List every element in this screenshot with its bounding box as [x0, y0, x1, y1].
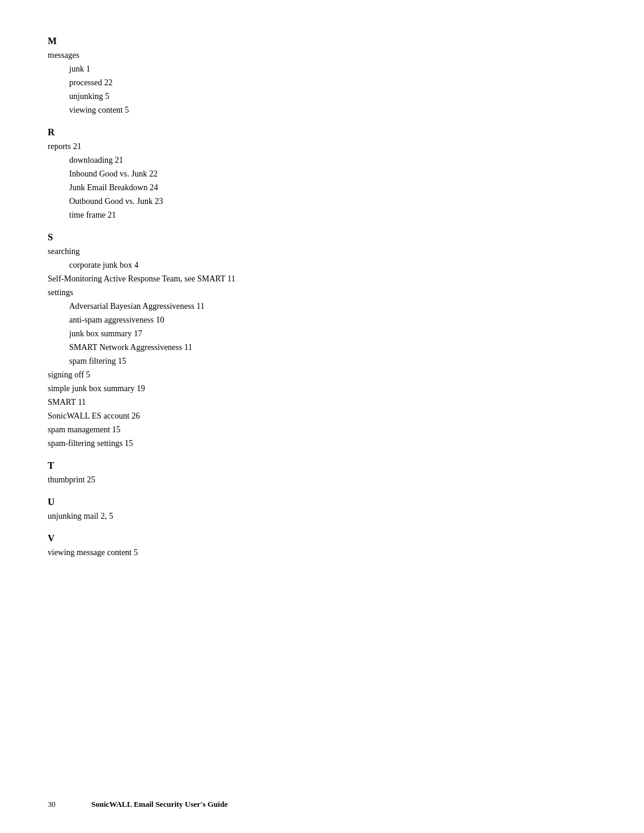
index-entry: SMART 11	[48, 396, 596, 408]
index-entry: Inbound Good vs. Junk 22	[48, 168, 596, 180]
index-entry: simple junk box summary 19	[48, 382, 596, 395]
index-entry: viewing message content 5	[48, 546, 596, 559]
index-entry: SMART Network Aggressiveness 11	[48, 341, 596, 354]
section-letter-V: V	[48, 533, 596, 544]
section-U: Uunjunking mail 2, 5	[48, 497, 596, 522]
index-entry: spam filtering 15	[48, 355, 596, 367]
index-entry: unjunking 5	[48, 90, 596, 103]
index-entry: reports 21	[48, 140, 596, 153]
section-letter-M: M	[48, 36, 596, 47]
index-entry: spam management 15	[48, 423, 596, 436]
footer: 30 SonicWALL Email Security User's Guide	[48, 800, 596, 809]
index-entry: unjunking mail 2, 5	[48, 510, 596, 522]
section-R: Rreports 21downloading 21Inbound Good vs…	[48, 127, 596, 221]
index-entry: Outbound Good vs. Junk 23	[48, 195, 596, 208]
index-entry: Junk Email Breakdown 24	[48, 181, 596, 194]
index-entry: settings	[48, 286, 596, 299]
section-letter-T: T	[48, 460, 596, 471]
index-entry: messages	[48, 49, 596, 61]
section-S: Ssearchingcorporate junk box 4Self-Monit…	[48, 232, 596, 450]
index-entry: Self-Monitoring Active Response Team, se…	[48, 272, 596, 285]
index-entry: thumbprint 25	[48, 473, 596, 486]
index-entry: downloading 21	[48, 154, 596, 166]
index-entry: Adversarial Bayesian Aggressiveness 11	[48, 300, 596, 312]
footer-title: SonicWALL Email Security User's Guide	[91, 800, 228, 809]
section-letter-S: S	[48, 232, 596, 243]
section-V: Vviewing message content 5	[48, 533, 596, 559]
index-entry: junk box summary 17	[48, 327, 596, 340]
page: Mmessagesjunk 1processed 22unjunking 5vi…	[0, 0, 644, 833]
footer-page-number: 30	[48, 800, 55, 809]
index-entry: SonicWALL ES account 26	[48, 410, 596, 422]
index-entry: processed 22	[48, 76, 596, 89]
index-entry: viewing content 5	[48, 104, 596, 116]
section-letter-U: U	[48, 497, 596, 507]
index-content: Mmessagesjunk 1processed 22unjunking 5vi…	[48, 36, 596, 559]
index-entry: anti-spam aggressiveness 10	[48, 314, 596, 326]
section-T: Tthumbprint 25	[48, 460, 596, 486]
index-entry: searching	[48, 245, 596, 258]
section-M: Mmessagesjunk 1processed 22unjunking 5vi…	[48, 36, 596, 116]
section-letter-R: R	[48, 127, 596, 138]
index-entry: junk 1	[48, 63, 596, 75]
index-entry: signing off 5	[48, 368, 596, 381]
index-entry: time frame 21	[48, 209, 596, 221]
index-entry: corporate junk box 4	[48, 259, 596, 271]
index-entry: spam-filtering settings 15	[48, 437, 596, 450]
